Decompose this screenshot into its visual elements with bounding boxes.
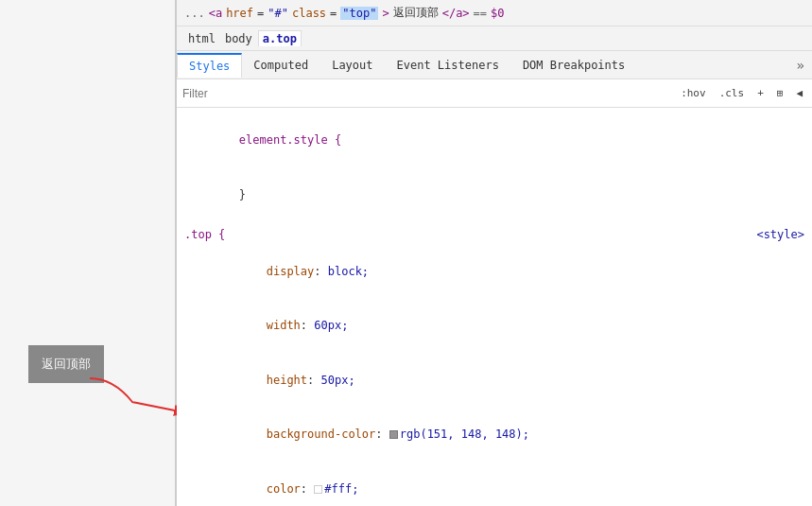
breadcrumb-body[interactable]: body	[221, 31, 256, 46]
prop-width: width	[267, 319, 301, 332]
path-dom-var: $0	[491, 7, 504, 20]
css-prop-bgcolor: background-color: rgb(151, 148, 148);	[177, 408, 812, 462]
tab-event-listeners[interactable]: Event Listeners	[386, 54, 511, 77]
prop-color: color	[267, 482, 301, 496]
prop-bgcolor: background-color	[267, 427, 376, 441]
path-dots: ...	[184, 7, 205, 20]
breadcrumb-html[interactable]: html	[184, 31, 219, 46]
path-eq1: =	[257, 7, 264, 20]
path-tag-end: </a>	[442, 7, 470, 20]
breadcrumb-bar: html body a.top	[177, 26, 812, 51]
css-prop-height: height: 50px;	[177, 353, 812, 408]
prop-height: height	[267, 374, 307, 387]
style-source-link[interactable]: <style>	[756, 226, 804, 244]
filter-bar: :hov .cls + ⊞ ◀	[177, 79, 812, 108]
path-class-val: "top"	[340, 7, 378, 20]
path-tag-open: <a	[209, 7, 222, 20]
tab-dom-breakpoints[interactable]: DOM Breakpoints	[511, 54, 637, 77]
tab-layout[interactable]: Layout	[320, 54, 385, 77]
val-height: 50px;	[321, 374, 355, 387]
toggle-sidebar-icon[interactable]: ◀	[792, 85, 806, 101]
tab-styles[interactable]: Styles	[177, 53, 242, 78]
top-selector-text: .top {	[184, 226, 225, 244]
prop-display: display	[267, 265, 315, 278]
tab-bar: Styles Computed Layout Event Listeners D…	[177, 51, 812, 79]
color-swatch[interactable]	[314, 485, 322, 494]
path-href-attr: href	[226, 7, 253, 20]
tab-computed[interactable]: Computed	[242, 54, 320, 77]
element-style-close-brace: }	[239, 188, 246, 201]
cls-button[interactable]: .cls	[716, 85, 749, 101]
filter-actions: :hov .cls + ⊞ ◀	[677, 85, 806, 101]
computed-icon[interactable]: ⊞	[773, 85, 787, 101]
css-prop-display: display: block;	[177, 244, 812, 299]
css-prop-color: color: #fff;	[177, 462, 812, 506]
devtools-panel: ... <a href="#" class="top" > 返回顶部 </a> …	[175, 0, 812, 506]
element-style-selector: element.style {	[177, 113, 812, 168]
path-text: 返回顶部	[393, 5, 439, 21]
back-to-top-button[interactable]: 返回顶部	[28, 345, 104, 383]
add-style-button[interactable]: +	[753, 85, 768, 101]
breadcrumb-atop[interactable]: a.top	[258, 30, 302, 46]
webpage-preview: 返回顶部	[0, 0, 175, 506]
element-path-bar: ... <a href="#" class="top" > 返回顶部 </a> …	[177, 0, 812, 26]
element-style-rule: element.style { }	[177, 112, 812, 224]
element-style-close: }	[177, 168, 812, 223]
path-tag-close: >	[382, 7, 389, 20]
css-content-area: element.style { } .top { <style> display…	[177, 108, 812, 506]
path-eq2: =	[330, 7, 337, 20]
val-width: 60px;	[314, 319, 348, 332]
path-href-val: "#"	[268, 7, 288, 20]
css-prop-width: width: 60px;	[177, 299, 812, 354]
val-color: #fff;	[324, 482, 358, 496]
path-eq-sign: ==	[474, 7, 487, 20]
top-rule: .top { <style> display: block; width: 60…	[177, 224, 812, 506]
top-selector-line: .top { <style>	[177, 226, 812, 244]
bgcolor-swatch[interactable]	[389, 430, 398, 439]
val-bgcolor: rgb(151, 148, 148);	[400, 427, 529, 441]
filter-input[interactable]	[182, 87, 671, 100]
val-display: block;	[328, 265, 369, 278]
hov-button[interactable]: :hov	[677, 85, 710, 101]
path-class-attr: class	[292, 7, 326, 20]
element-style-selector-text: element.style {	[239, 133, 341, 147]
tab-more-button[interactable]: »	[789, 53, 812, 78]
